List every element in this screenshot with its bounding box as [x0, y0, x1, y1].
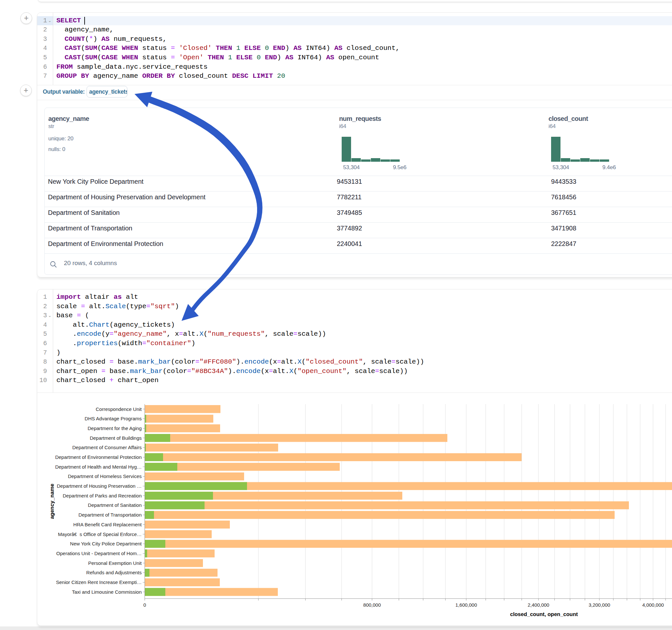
svg-text:Department of Homeless Service: Department of Homeless Services [68, 474, 142, 479]
svg-text:Department of Buildings: Department of Buildings [90, 435, 142, 441]
svg-text:Department of Sanitation: Department of Sanitation [88, 502, 142, 508]
svg-text:3,200,000: 3,200,000 [589, 602, 610, 608]
svg-text:Taxi and Limousine Commission: Taxi and Limousine Commission [72, 589, 142, 595]
svg-text:2,400,000: 2,400,000 [528, 602, 549, 608]
svg-text:Department of Environmental Pr: Department of Environmental Protection [55, 454, 142, 460]
svg-text:DHS Advantage Programs: DHS Advantage Programs [85, 416, 142, 421]
svg-text:Department of Transportation: Department of Transportation [78, 512, 142, 517]
svg-text:Department of Housing Preserva: Department of Housing Preservation … [57, 483, 142, 489]
svg-text:Department of Consumer Affairs: Department of Consumer Affairs [72, 445, 142, 450]
svg-text:closed_count, open_count: closed_count, open_count [510, 611, 578, 617]
svg-text:800,000: 800,000 [363, 602, 381, 608]
svg-text:agency_name: agency_name [49, 484, 55, 519]
svg-text:Personal Exemption Unit: Personal Exemption Unit [88, 560, 142, 566]
svg-text:HRA Benefit Card Replacement: HRA Benefit Card Replacement [73, 522, 142, 527]
svg-text:Department of Health and Menta: Department of Health and Mental Hyg… [55, 464, 142, 469]
svg-text:Operations Unit - Department o: Operations Unit - Department of Hom… [56, 551, 142, 556]
svg-text:Correspondence Unit: Correspondence Unit [96, 406, 142, 412]
svg-text:Department of Parks and Recrea: Department of Parks and Recreation [63, 493, 142, 499]
svg-text:0: 0 [143, 602, 146, 608]
svg-text:Refunds and Adjustments: Refunds and Adjustments [86, 570, 142, 575]
svg-text:4,000,000: 4,000,000 [642, 602, 664, 608]
svg-text:New York City Police Departmen: New York City Police Department [70, 541, 142, 547]
svg-text:1,600,000: 1,600,000 [455, 602, 477, 608]
svg-text:Mayorâ€ s Office of Special E: Mayorâ€ s Office of Special Enforce… [58, 532, 142, 537]
svg-text:Senior Citizen Rent Increase E: Senior Citizen Rent Increase Exempti… [56, 579, 142, 585]
svg-text:Department for the Aging: Department for the Aging [88, 426, 142, 431]
